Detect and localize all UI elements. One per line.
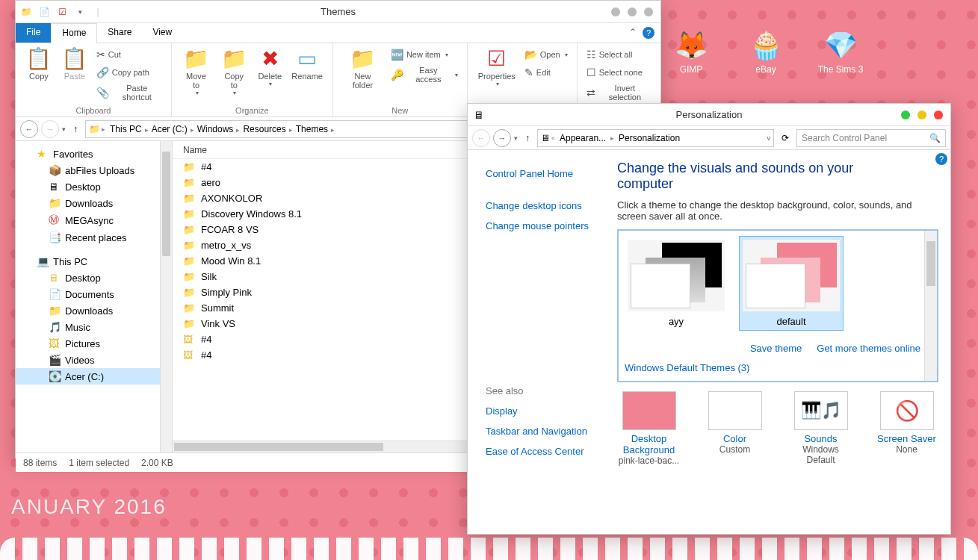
see-also-link[interactable]: Ease of Access Center [486,441,617,461]
nav-pane: ★Favorites 📦abFiles Uploads🖥Desktop📁Down… [16,141,173,452]
status-size: 2.00 KB [141,458,173,468]
sidebar-scrollbar[interactable] [160,141,172,452]
sidebar-item-recent-places[interactable]: 📑Recent places [16,229,172,246]
sidebar-item-megasync[interactable]: ⓂMEGAsync [16,211,172,229]
maximize-button[interactable] [917,111,926,119]
sidebar-item-downloads[interactable]: 📁Downloads [16,302,172,319]
save-theme-link[interactable]: Save theme [750,343,802,354]
new-item-button[interactable]: 🆕New item [388,46,461,63]
breadcrumb-segment[interactable]: Acer (C:) [149,124,191,134]
paste-button[interactable]: 📋Paste [58,46,92,82]
paste-shortcut-button[interactable]: 📎Paste shortcut [93,82,165,103]
tab-share[interactable]: Share [97,23,142,43]
new-folder-button[interactable]: 📁New folder [339,46,386,91]
new-doc-icon[interactable]: 📄 [38,6,50,18]
tab-home[interactable]: Home [51,23,97,43]
theme-ayy[interactable]: ayy [625,237,728,330]
minimize-button[interactable] [901,111,910,119]
select-none-button[interactable]: ☐Select none [584,64,654,81]
qat-dropdown-icon[interactable]: ▾ [74,6,86,18]
status-selected: 1 item selected [69,458,129,468]
search-input[interactable]: Search Control Panel🔍 [796,129,946,147]
status-item-count: 88 items [23,458,57,468]
copy-button[interactable]: 📋Copy [22,46,56,82]
forward-button[interactable]: → [493,129,511,147]
collapse-ribbon-icon[interactable]: ⌃ [623,23,643,43]
minimize-button[interactable] [611,7,620,16]
sidebar-item-desktop[interactable]: 🖥Desktop [16,178,172,195]
breadcrumb-segment[interactable]: Resources [240,124,288,134]
personalization-titlebar: 🖥 Personalization [468,104,950,126]
sidebar-item-desktop[interactable]: 🖥Desktop [16,270,172,286]
folder-icon: 📁 [20,6,32,18]
sidebar-link[interactable]: Change mouse pointers [486,216,617,236]
breadcrumb-segment[interactable]: Windows [194,124,237,134]
sidebar-item-music[interactable]: 🎵Music [16,319,172,335]
back-button[interactable]: ← [472,129,490,147]
sidebar-item-abfiles-uploads[interactable]: 📦abFiles Uploads [16,162,172,178]
cut-button[interactable]: ✂Cut [93,46,165,63]
help-icon[interactable]: ? [643,27,654,39]
window-title: Personalization [676,109,743,120]
maximize-button[interactable] [628,7,637,16]
sidebar-link[interactable]: Change desktop icons [486,196,617,216]
close-button[interactable] [644,7,653,16]
help-icon[interactable]: ? [935,153,947,165]
more-themes-link[interactable]: Get more themes online [817,343,920,354]
page-description: Click a theme to change the desktop back… [617,199,938,222]
see-also-label: See also [486,385,617,396]
invert-selection-button[interactable]: ⇄Invert selection [584,82,654,103]
control-panel-home-link[interactable]: Control Panel Home [486,164,617,184]
copy-to-button[interactable]: 📁Copy to [216,46,252,98]
sidebar-item-videos[interactable]: 🎬Videos [16,352,172,368]
forward-button[interactable]: → [41,120,59,138]
sidebar-item-acer--c--[interactable]: 💽Acer (C:) [16,368,172,385]
explorer-titlebar: 📁 📄 ☑ ▾ | Themes [16,1,660,23]
edit-button[interactable]: ✎Edit [522,64,571,81]
breadcrumb-segment[interactable]: This PC [107,124,145,134]
setting-screen-saver[interactable]: 🚫Screen SaverNone [875,391,938,466]
copy-path-button[interactable]: 🔗Copy path [93,64,165,81]
back-button[interactable]: ← [20,120,38,138]
setting-desktop-background[interactable]: Desktop Backgroundpink-lace-bac... [617,391,681,466]
control-panel-icon: 🖥 [468,109,484,121]
properties-button[interactable]: ☑Properties [474,46,520,89]
page-heading: Change the visuals and sounds on your co… [617,161,938,192]
refresh-button[interactable]: ⟳ [777,133,793,143]
quick-access-toolbar: 📁 📄 ☑ ▾ | [16,6,104,18]
desktop-icon-gimp[interactable]: 🦊GIMP [661,30,721,75]
up-button[interactable]: ↑ [69,124,82,134]
themes-scrollbar[interactable] [924,231,937,381]
setting-sounds[interactable]: 🎹🎵SoundsWindows Default [789,391,852,466]
sidebar-item-pictures[interactable]: 🖼Pictures [16,335,172,352]
breadcrumb-bar[interactable]: 🖥« Appearan...▸ Personalization v [537,129,774,147]
close-button[interactable] [934,111,943,119]
recent-locations-icon[interactable]: ▾ [514,134,518,142]
easy-access-button[interactable]: 🔑Easy access [388,64,461,85]
recent-locations-icon[interactable]: ▾ [62,125,66,133]
select-all-button[interactable]: ☷Select all [584,46,654,63]
move-to-button[interactable]: 📁Move to [178,46,214,98]
desktop-icon-the-sims-3[interactable]: 💎The Sims 3 [811,30,870,75]
delete-button[interactable]: ✖Delete [253,46,286,89]
sidebar-favorites[interactable]: ★Favorites [16,146,172,162]
rename-button[interactable]: ▭Rename [288,46,326,82]
personalization-window: 🖥 Personalization ← → ▾ ↑ 🖥« Appearan...… [467,103,951,535]
group-label-new: New [339,106,461,115]
tab-file[interactable]: File [16,23,51,43]
tab-view[interactable]: View [142,23,182,43]
breadcrumb-segment[interactable]: Themes [293,124,331,134]
sidebar-this-pc[interactable]: 💻This PC [16,253,172,270]
sidebar-item-documents[interactable]: 📄Documents [16,286,172,302]
setting-color[interactable]: ColorCustom [703,391,767,466]
desktop-icon-ebay[interactable]: 🧁eBay [736,30,796,75]
sidebar-item-downloads[interactable]: 📁Downloads [16,195,172,211]
up-button[interactable]: ↑ [521,133,534,143]
desktop-date-widget: ANUARY 2016 [11,495,167,519]
themes-category-label[interactable]: Windows Default Themes (3) [625,362,749,373]
theme-default[interactable]: default [740,237,843,330]
properties-icon[interactable]: ☑ [56,6,68,18]
see-also-link[interactable]: Display [486,401,617,421]
see-also-link[interactable]: Taskbar and Navigation [486,421,617,441]
open-button[interactable]: 📂Open [522,46,571,63]
